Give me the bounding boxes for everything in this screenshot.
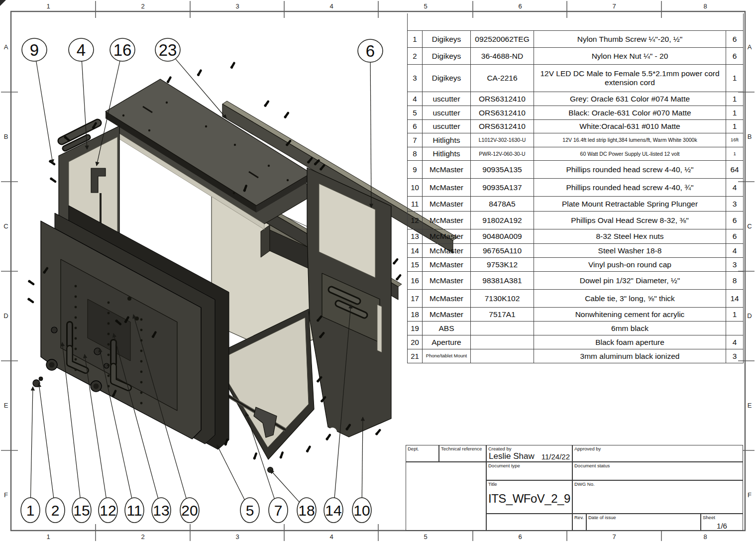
bom-cell-desc: Plate Mount Retractable Spring Plunger: [534, 197, 726, 212]
titleblock-techref-cell: Technical reference: [439, 445, 486, 462]
bom-cell-part: 092520062TEG: [471, 31, 534, 48]
bom-cell-qty: 3: [726, 258, 744, 272]
bom-row: 21Phone/tablet Mount3mm aluminum black i…: [408, 349, 744, 363]
rev-label: Rev.: [574, 515, 584, 520]
bom-cell-no: 1: [408, 31, 423, 48]
bom-cell-desc: 12V LED DC Male to Female 5.5*2.1mm powe…: [534, 65, 726, 92]
bom-cell-part: 36-4688-ND: [471, 48, 534, 65]
bom-cell-qty: 3: [726, 349, 744, 363]
balloon-number: 7: [274, 502, 283, 519]
balloon-number: 15: [73, 502, 90, 519]
balloon-number: 13: [153, 502, 169, 519]
drawing-sheet: { "grid": { "column_labels": ["1","2","3…: [0, 0, 756, 542]
screw-icon: [264, 101, 269, 107]
bom-cell-part: ORS6312410: [471, 106, 534, 120]
bom-cell-qty: 14: [726, 290, 744, 308]
bom-cell-desc: Nylon Hex Nut ¼" - 20: [534, 48, 726, 65]
titleblock-createdby-cell: Created by Leslie Shaw 11/24/22: [486, 445, 572, 462]
bom-cell-no: 20: [408, 335, 423, 349]
grid-column-label: 6: [518, 2, 522, 10]
bom-cell-desc: Nonwhitening cement for acrylic: [534, 308, 726, 322]
bom-cell-supplier: uscutter: [423, 120, 471, 133]
bom-cell-desc: 3mm aluminum black ionized: [534, 349, 726, 363]
bom-cell-desc: Black foam aperture: [534, 335, 726, 349]
balloon-number: 9: [30, 41, 39, 59]
bom-cell-part: [471, 335, 534, 349]
bom-cell-part: 96765A110: [471, 244, 534, 258]
grid-row-label: F: [748, 491, 752, 499]
bom-cell-qty: 4: [726, 244, 744, 258]
bom-cell-qty: 6: [726, 48, 744, 65]
screw-icon: [49, 177, 56, 183]
titleblock-approvedby-cell: Approved by: [572, 445, 743, 462]
bom-cell-supplier: McMaster: [423, 179, 471, 197]
approved-by-label: Approved by: [574, 446, 601, 451]
document-type-label: Document type: [488, 463, 520, 468]
screw-icon: [375, 429, 381, 435]
bom-row: 7HitlightsL1012V-302-1630-U12V 16.4ft le…: [408, 133, 744, 147]
bom-cell-part: PWR-12V-060-30-U: [471, 147, 534, 161]
screw-icon: [253, 453, 257, 460]
bom-cell-no: 9: [408, 161, 423, 179]
bom-cell-qty: 3: [726, 197, 744, 212]
grid-row-label: B: [748, 133, 752, 140]
bom-cell-supplier: McMaster: [423, 197, 471, 212]
titleblock-doctype-cell: Document type: [486, 462, 572, 480]
bom-cell-desc: Grey: Oracle 631 Color #074 Matte: [534, 92, 726, 106]
leader-line: [39, 383, 54, 498]
titleblock-dept-cell: Dept.: [406, 445, 439, 462]
grid-column-label: 5: [424, 533, 427, 541]
bom-row: 14McMaster96765A110Steel Washer 18-84: [408, 244, 744, 258]
balloon-number: 10: [353, 502, 370, 519]
bom-table: 1Digikeys092520062TEGNylon Thumb Screw ¼…: [407, 13, 744, 363]
bom-cell-part: 8478A5: [471, 197, 534, 212]
bom-cell-no: 21: [408, 349, 423, 363]
bom-cell-no: 17: [408, 290, 423, 308]
leader-line: [31, 387, 33, 498]
titleblock-undertitle-cell: [486, 514, 572, 531]
bom-cell-part: 98381A381: [471, 272, 534, 290]
bom-cell-part: CA-2216: [471, 65, 534, 92]
bom-cell-no: 12: [408, 212, 423, 229]
bom-cell-qty: 1: [726, 106, 744, 120]
bom-cell-part: ORS6312410: [471, 92, 534, 106]
bom-cell-desc: 8-32 Steel Hex nuts: [534, 229, 726, 244]
bom-row: 2Digikeys36-4688-NDNylon Hex Nut ¼" - 20…: [408, 48, 744, 65]
bom-cell-supplier: McMaster: [423, 161, 471, 179]
bom-cell-part: L1012V-302-1630-U: [471, 133, 534, 147]
bom-cell-qty: 4: [726, 179, 744, 197]
dept-label: Dept.: [408, 446, 419, 451]
screw-icon: [284, 112, 289, 118]
bom-cell-no: 18: [408, 308, 423, 322]
bom-cell-qty: 6: [726, 212, 744, 229]
bom-cell-part: 90935A135: [471, 161, 534, 179]
bom-cell-supplier: Aperture: [423, 335, 471, 349]
bom-cell-supplier: Digikeys: [423, 31, 471, 48]
screw-icon: [306, 446, 311, 453]
grid-column-label: 1: [46, 2, 50, 10]
bom-row: 8HitlightsPWR-12V-060-30-U60 Watt DC Pow…: [408, 147, 744, 161]
bom-cell-no: 8: [408, 147, 423, 161]
balloon-number: 12: [100, 502, 116, 519]
grid-column-label: 4: [329, 2, 333, 10]
document-status-label: Document status: [574, 463, 610, 468]
bom-row: 4uscutterORS6312410Grey: Oracle 631 Colo…: [408, 92, 744, 106]
bom-cell-qty: 6: [726, 31, 744, 48]
bom-cell-desc: Cable tie, 3" long, ⅝" thick: [534, 290, 726, 308]
bom-cell-qty: 1: [726, 65, 744, 92]
bom-cell-no: 10: [408, 179, 423, 197]
bom-cell-no: 14: [408, 244, 423, 258]
bom-cell-supplier: ABS: [423, 322, 471, 335]
bom-cell-qty: 1: [726, 120, 744, 133]
balloon-number: 18: [298, 502, 315, 519]
bom-cell-desc: Dowel pin 1/32" Diameter, ½": [534, 272, 726, 290]
grid-row-label: E: [4, 402, 8, 409]
created-by-name: Leslie Shaw: [489, 451, 535, 461]
balloon-number: 4: [77, 41, 86, 59]
bom-row: 12McMaster91802A192Phillips Oval Head Sc…: [408, 212, 744, 229]
balloon-number: 1: [26, 502, 35, 519]
bom-cell-part: [471, 349, 534, 363]
screw-icon: [395, 274, 401, 281]
bom-row: 13McMaster90480A0098-32 Steel Hex nuts6: [408, 229, 744, 244]
grid-row-label: A: [748, 43, 752, 51]
